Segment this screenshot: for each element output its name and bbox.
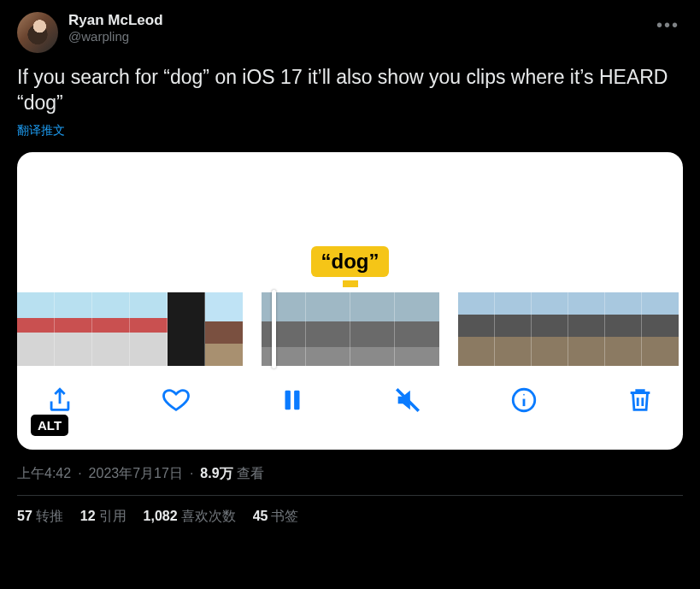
translate-link[interactable]: 翻译推文 (17, 123, 65, 138)
bookmarks-count: 45 (253, 509, 268, 523)
svg-rect-0 (285, 390, 290, 409)
bookmarks-stat[interactable]: 45书签 (253, 508, 299, 526)
svg-point-5 (523, 394, 525, 396)
info-icon[interactable] (507, 383, 541, 417)
clip-thumbnail[interactable] (262, 292, 306, 366)
author-display-name: Ryan McLeod (68, 12, 643, 29)
heart-icon[interactable] (159, 383, 193, 417)
bookmarks-label: 书签 (271, 509, 298, 523)
clip-thumbnail[interactable] (17, 292, 55, 366)
search-token-wrap: “dog” (17, 246, 683, 277)
media-toolbar (17, 366, 683, 429)
author-block[interactable]: Ryan McLeod @warpling (68, 12, 643, 44)
divider (17, 495, 683, 496)
tweet-container: Ryan McLeod @warpling ••• If you search … (0, 0, 700, 526)
clip-thumbnail[interactable] (205, 292, 243, 366)
media-card[interactable]: “dog” (17, 152, 683, 450)
likes-label: 喜欢次数 (181, 509, 236, 523)
author-handle: @warpling (68, 29, 643, 44)
pause-icon[interactable] (275, 383, 309, 417)
clip-thumbnail[interactable] (642, 292, 679, 366)
clip-thumbnail[interactable] (55, 292, 92, 366)
clip-thumbnail[interactable] (395, 292, 439, 366)
tweet-header: Ryan McLeod @warpling ••• (17, 12, 683, 53)
tweet-text: If you search for “dog” on iOS 17 it’ll … (17, 65, 683, 116)
quotes-label: 引用 (99, 509, 126, 523)
playhead[interactable] (272, 290, 276, 368)
quotes-count: 12 (80, 509, 96, 523)
retweets-label: 转推 (36, 509, 63, 523)
clip-group-1[interactable] (17, 292, 243, 366)
clip-thumbnail[interactable] (458, 292, 495, 366)
search-token-label: “dog” (311, 246, 390, 277)
clip-thumbnail[interactable] (532, 292, 568, 366)
clip-thumbnail[interactable] (130, 292, 168, 366)
clip-thumbnail[interactable] (92, 292, 130, 366)
separator-dot (186, 466, 197, 481)
clip-group-2[interactable] (262, 292, 439, 366)
likes-stat[interactable]: 1,082喜欢次数 (144, 508, 236, 526)
tweet-stats: 57转推 12引用 1,082喜欢次数 45书签 (17, 508, 683, 526)
retweets-stat[interactable]: 57转推 (17, 508, 63, 526)
svg-rect-1 (294, 390, 299, 409)
clip-thumbnail[interactable] (495, 292, 532, 366)
views-label: 查看 (237, 465, 264, 483)
media-empty-area (17, 152, 683, 246)
quotes-stat[interactable]: 12引用 (80, 508, 126, 526)
tweet-date[interactable]: 2023年7月17日 (89, 465, 183, 483)
clip-thumbnail[interactable] (350, 292, 395, 366)
likes-count: 1,082 (144, 509, 178, 523)
tweet-time[interactable]: 上午4:42 (17, 465, 71, 483)
video-timeline[interactable] (17, 292, 683, 366)
alt-badge[interactable]: ALT (31, 415, 68, 436)
retweets-count: 57 (17, 509, 32, 523)
clip-thumbnail[interactable] (168, 292, 205, 366)
more-icon[interactable]: ••• (653, 12, 683, 38)
tweet-meta: 上午4:42 2023年7月17日 8.9万 查看 (17, 465, 683, 483)
search-token-marker (17, 277, 683, 287)
share-icon[interactable] (43, 383, 77, 417)
avatar[interactable] (17, 12, 58, 53)
clip-thumbnail[interactable] (605, 292, 642, 366)
separator-dot (74, 466, 85, 481)
mute-icon[interactable] (391, 383, 425, 417)
views-count: 8.9万 (200, 465, 232, 483)
clip-thumbnail[interactable] (568, 292, 605, 366)
clip-group-3[interactable] (458, 292, 679, 366)
trash-icon[interactable] (623, 383, 657, 417)
clip-thumbnail[interactable] (306, 292, 350, 366)
